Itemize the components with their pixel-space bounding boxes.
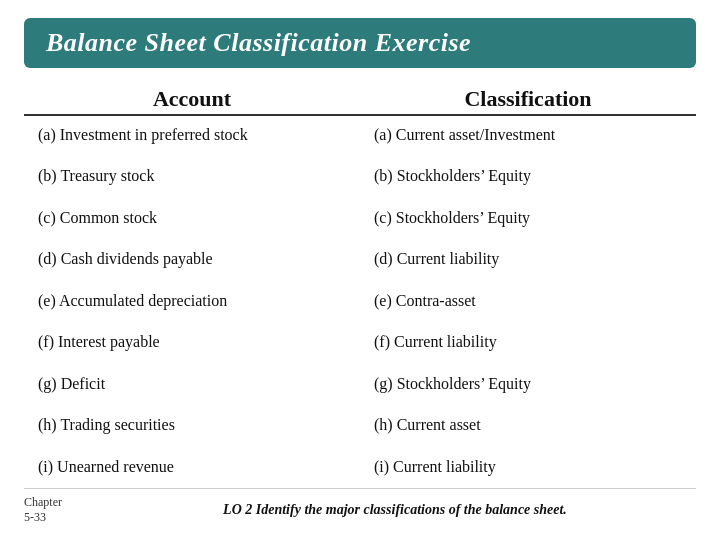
lo-text: LO 2 Identify the major classifications … <box>94 502 696 518</box>
row-letter-b: (g) <box>374 375 397 392</box>
classification-value: Contra-asset <box>396 292 476 309</box>
table-row: (i) Unearned revenue (i) Current liabili… <box>24 456 696 478</box>
row-letter-a: (f) <box>38 333 58 350</box>
classification-value: Current asset/Investment <box>396 126 556 143</box>
row-letter-b: (a) <box>374 126 396 143</box>
classification-cell: (e) Contra-asset <box>360 292 696 310</box>
footer-row: Chapter 5-33 LO 2 Identify the major cla… <box>24 488 696 526</box>
table-row: (e) Accumulated depreciation (e) Contra-… <box>24 290 696 312</box>
classification-cell: (d) Current liability <box>360 250 696 268</box>
account-value: Unearned revenue <box>57 458 174 475</box>
classification-value: Current asset <box>397 416 481 433</box>
table-row: (d) Cash dividends payable (d) Current l… <box>24 248 696 270</box>
account-cell: (e) Accumulated depreciation <box>24 292 360 310</box>
account-cell: (h) Trading securities <box>24 416 360 434</box>
classification-cell: (a) Current asset/Investment <box>360 126 696 144</box>
table-row: (h) Trading securities (h) Current asset <box>24 414 696 436</box>
classification-value: Current liability <box>397 250 500 267</box>
classification-cell: (i) Current liability <box>360 458 696 476</box>
row-letter-b: (d) <box>374 250 397 267</box>
classification-cell: (h) Current asset <box>360 416 696 434</box>
table-row: (b) Treasury stock (b) Stockholders’ Equ… <box>24 165 696 187</box>
classification-value: Current liability <box>393 458 496 475</box>
table-row: (g) Deficit (g) Stockholders’ Equity <box>24 373 696 395</box>
row-letter-b: (e) <box>374 292 396 309</box>
data-rows-container: (a) Investment in preferred stock (a) Cu… <box>24 124 696 478</box>
classification-value: Current liability <box>394 333 497 350</box>
row-letter-a: (g) <box>38 375 61 392</box>
account-value: Trading securities <box>60 416 175 433</box>
row-letter-a: (d) <box>38 250 61 267</box>
row-letter-a: (h) <box>38 416 60 433</box>
classification-cell: (b) Stockholders’ Equity <box>360 167 696 185</box>
row-letter-b: (c) <box>374 209 396 226</box>
account-value: Interest payable <box>58 333 160 350</box>
classification-cell: (f) Current liability <box>360 333 696 351</box>
classification-header: Classification <box>360 86 696 112</box>
row-letter-b: (f) <box>374 333 394 350</box>
page: Balance Sheet Classification Exercise Ac… <box>0 0 720 540</box>
header-divider <box>24 114 696 116</box>
chapter-number: 5-33 <box>24 510 46 524</box>
row-letter-a: (a) <box>38 126 60 143</box>
classification-value: Stockholders’ Equity <box>397 375 531 392</box>
account-value: Cash dividends payable <box>61 250 213 267</box>
row-letter-b: (h) <box>374 416 397 433</box>
row-letter-a: (c) <box>38 209 60 226</box>
account-cell: (a) Investment in preferred stock <box>24 126 360 144</box>
column-headers: Account Classification <box>24 86 696 112</box>
page-title: Balance Sheet Classification Exercise <box>46 28 471 57</box>
account-value: Accumulated depreciation <box>59 292 227 309</box>
title-banner: Balance Sheet Classification Exercise <box>24 18 696 68</box>
account-cell: (d) Cash dividends payable <box>24 250 360 268</box>
row-letter-a: (b) <box>38 167 60 184</box>
classification-value: Stockholders’ Equity <box>397 167 531 184</box>
row-letter-a: (e) <box>38 292 59 309</box>
row-letter-a: (i) <box>38 458 57 475</box>
chapter-label: Chapter 5-33 <box>24 495 94 526</box>
row-letter-b: (b) <box>374 167 397 184</box>
classification-cell: (c) Stockholders’ Equity <box>360 209 696 227</box>
row-letter-b: (i) <box>374 458 393 475</box>
account-value: Deficit <box>61 375 105 392</box>
content-area: Account Classification (a) Investment in… <box>24 86 696 526</box>
table-row: (c) Common stock (c) Stockholders’ Equit… <box>24 207 696 229</box>
account-header: Account <box>24 86 360 112</box>
account-value: Treasury stock <box>60 167 154 184</box>
classification-cell: (g) Stockholders’ Equity <box>360 375 696 393</box>
account-cell: (g) Deficit <box>24 375 360 393</box>
account-cell: (b) Treasury stock <box>24 167 360 185</box>
classification-value: Stockholders’ Equity <box>396 209 530 226</box>
table-row: (f) Interest payable (f) Current liabili… <box>24 331 696 353</box>
chapter-word: Chapter <box>24 495 62 509</box>
table-row: (a) Investment in preferred stock (a) Cu… <box>24 124 696 146</box>
account-cell: (c) Common stock <box>24 209 360 227</box>
account-cell: (i) Unearned revenue <box>24 458 360 476</box>
account-value: Investment in preferred stock <box>60 126 248 143</box>
account-cell: (f) Interest payable <box>24 333 360 351</box>
account-value: Common stock <box>60 209 157 226</box>
